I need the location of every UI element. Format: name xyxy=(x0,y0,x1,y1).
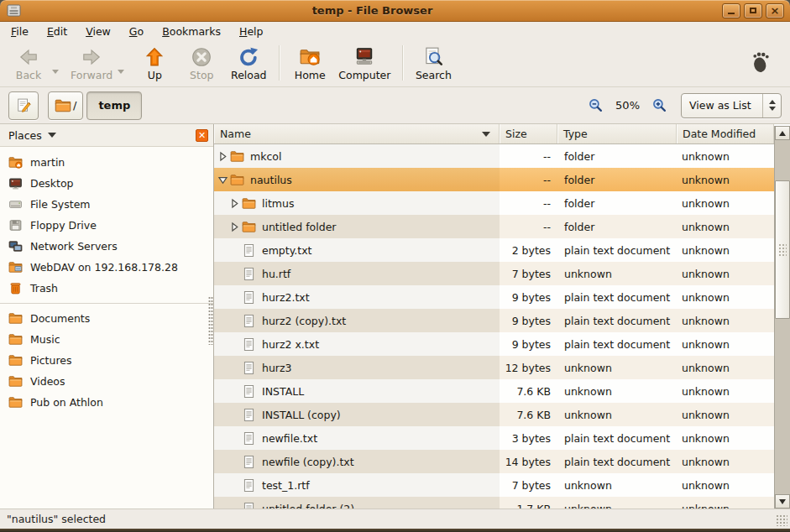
table-row[interactable]: test_1.rtf7 bytesunknownunknown xyxy=(214,473,774,497)
text-file-icon xyxy=(242,478,256,493)
column-header-date-modified[interactable]: Date Modified xyxy=(677,124,774,143)
expander-collapsed-icon[interactable] xyxy=(229,198,240,209)
sidebar-header-dropdown[interactable]: Places xyxy=(8,129,42,142)
table-row[interactable]: newfile.txt3 bytesplain text documentunk… xyxy=(214,426,774,450)
toolbar-separator xyxy=(402,45,403,81)
menu-go[interactable]: Go xyxy=(123,23,150,40)
file-size: 14 bytes xyxy=(500,450,557,473)
pane-resize-handle[interactable] xyxy=(208,296,213,345)
file-name: newfile.txt xyxy=(262,432,317,445)
folder-icon xyxy=(8,374,23,389)
dropdown-caret-icon xyxy=(118,70,124,74)
table-row[interactable]: hu.rtf7 bytesunknownunknown xyxy=(214,262,774,285)
file-date-modified: unknown xyxy=(677,309,774,332)
floppy-icon xyxy=(8,218,23,232)
toolbar-home-button[interactable]: Home xyxy=(288,44,332,83)
toolbar-computer-button[interactable]: Computer xyxy=(335,44,394,83)
table-row[interactable]: INSTALL7.6 KBunknownunknown xyxy=(214,379,774,403)
sidebar-item-webdav-on-192-168-178-28[interactable]: WebDAV on 192.168.178.28 xyxy=(0,257,213,278)
sidebar-item-videos[interactable]: Videos xyxy=(0,371,213,392)
chevron-down-icon[interactable] xyxy=(48,133,56,138)
column-header-type[interactable]: Type xyxy=(557,124,677,143)
file-date-modified: unknown xyxy=(677,144,774,168)
zoom-cluster: 50% View as List xyxy=(586,93,782,118)
file-type: unknown xyxy=(557,473,677,497)
zoom-level: 50% xyxy=(615,99,640,112)
zoom-in-icon xyxy=(652,98,667,112)
vertical-scrollbar[interactable] xyxy=(774,126,790,509)
zoom-out-button[interactable] xyxy=(586,96,605,115)
file-date-modified: unknown xyxy=(677,262,774,285)
sidebar-item-martin[interactable]: martin xyxy=(0,152,213,173)
sidebar-item-network-servers[interactable]: Network Servers xyxy=(0,236,213,257)
sidebar-item-desktop[interactable]: Desktop xyxy=(0,173,213,194)
zoom-in-button[interactable] xyxy=(650,96,669,115)
toolbar-up-button[interactable]: Up xyxy=(133,44,176,83)
table-row[interactable]: empty.txt2 bytesplain text documentunkno… xyxy=(214,238,774,262)
table-row[interactable]: hurz2.txt9 bytesplain text documentunkno… xyxy=(214,285,774,309)
scrollbar-thumb[interactable] xyxy=(775,180,790,319)
expander-collapsed-icon[interactable] xyxy=(229,222,240,232)
menu-file[interactable]: File xyxy=(4,23,35,40)
toolbar-reload-button[interactable]: Reload xyxy=(227,44,270,83)
menu-help[interactable]: Help xyxy=(233,23,270,40)
path-button-temp[interactable]: temp xyxy=(86,91,142,120)
expander-collapsed-icon[interactable] xyxy=(217,151,228,162)
sidebar-close-button[interactable]: ✕ xyxy=(196,129,208,142)
root-path-button[interactable]: / xyxy=(48,91,83,120)
table-row[interactable]: INSTALL (copy)7.6 KBunknownunknown xyxy=(214,403,774,426)
file-name: litmus xyxy=(262,197,294,210)
file-type: plain text document xyxy=(557,426,677,450)
view-selector[interactable]: View as List xyxy=(681,93,782,118)
table-row[interactable]: litmus--folderunknown xyxy=(214,191,774,215)
scroll-down-button[interactable] xyxy=(775,494,790,509)
file-type: folder xyxy=(557,168,677,191)
sidebar-item-documents[interactable]: Documents xyxy=(0,308,213,329)
sidebar-item-pub-on-athlon[interactable]: Pub on Athlon xyxy=(0,392,213,413)
view-selector-spinner xyxy=(762,94,781,117)
table-row[interactable]: newfile (copy).txt14 bytesplain text doc… xyxy=(214,450,774,473)
table-row[interactable]: nautilus--folderunknown xyxy=(214,168,774,191)
file-type: plain text document xyxy=(557,309,677,332)
menu-bookmarks[interactable]: Bookmarks xyxy=(155,23,228,40)
file-size: -- xyxy=(500,191,557,215)
titlebar[interactable]: temp - File Browser × xyxy=(0,0,790,22)
file-size: 7 bytes xyxy=(500,262,557,285)
table-row[interactable]: hurz2 (copy).txt9 bytesplain text docume… xyxy=(214,309,774,332)
home-folder-icon xyxy=(8,155,23,170)
table-row[interactable]: untitled folder--folderunknown xyxy=(214,215,774,238)
toolbar-back-button: Back xyxy=(7,44,64,83)
column-header-name[interactable]: Name xyxy=(214,124,500,143)
main-area: Places ✕ martinDesktopFile SystemFloppy … xyxy=(0,124,790,509)
file-date-modified: unknown xyxy=(677,473,774,497)
file-date-modified: unknown xyxy=(677,215,774,238)
menubar: FileEditViewGoBookmarksHelp xyxy=(0,22,790,41)
edit-location-button[interactable] xyxy=(8,91,39,120)
column-header-size[interactable]: Size xyxy=(500,124,557,143)
file-name: hurz2 (copy).txt xyxy=(262,315,346,327)
table-row[interactable]: hurz312 bytesunknownunknown xyxy=(214,356,774,379)
sidebar-item-pictures[interactable]: Pictures xyxy=(0,350,213,371)
table-row[interactable]: hurz2 x.txt9 bytesplain text documentunk… xyxy=(214,332,774,356)
close-button[interactable]: × xyxy=(766,3,784,18)
maximize-button[interactable] xyxy=(744,3,762,18)
menu-view[interactable]: View xyxy=(79,23,118,40)
sidebar-item-music[interactable]: Music xyxy=(0,329,213,350)
expander-expanded-icon[interactable] xyxy=(217,175,228,185)
sidebar-item-trash[interactable]: Trash xyxy=(0,278,213,299)
table-row[interactable]: untitled folder (2)1.7 KBunknownunknown xyxy=(214,497,774,509)
path-button-label: temp xyxy=(93,99,135,112)
window-menu-icon[interactable] xyxy=(6,3,23,18)
file-date-modified: unknown xyxy=(677,238,774,262)
menu-edit[interactable]: Edit xyxy=(40,23,74,40)
minimize-button[interactable] xyxy=(722,3,740,18)
window-resize-grip[interactable] xyxy=(776,514,787,526)
spin-up-icon xyxy=(769,100,776,104)
sidebar-item-file-system[interactable]: File System xyxy=(0,194,213,215)
toolbar-search-button[interactable]: Search xyxy=(411,44,455,83)
file-name: hurz3 xyxy=(262,362,292,374)
scroll-up-button[interactable] xyxy=(775,126,790,140)
sidebar-item-floppy-drive[interactable]: Floppy Drive xyxy=(0,215,213,236)
folder-icon xyxy=(242,196,256,211)
table-row[interactable]: mkcol--folderunknown xyxy=(214,144,774,168)
